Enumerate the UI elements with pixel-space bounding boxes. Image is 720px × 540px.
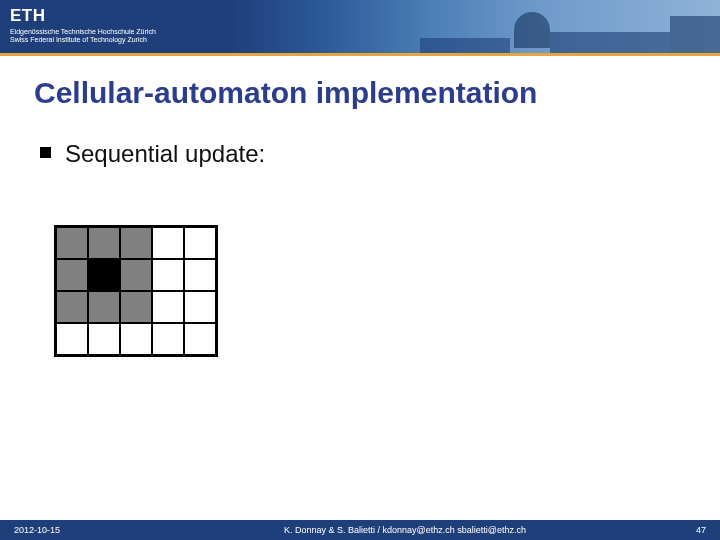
footer-credits: K. Donnay & S. Balietti / kdonnay@ethz.c…: [154, 525, 656, 535]
grid-cell: [184, 291, 216, 323]
eth-sub-line2: Swiss Federal Institute of Technology Zu…: [10, 36, 156, 44]
grid-cell: [184, 323, 216, 355]
bullet-square-icon: [40, 147, 51, 158]
grid-cell: [88, 227, 120, 259]
grid-cell: [56, 323, 88, 355]
header-accent-stripe: [0, 53, 720, 56]
footer-date: 2012-10-15: [0, 525, 154, 535]
grid-cell: [88, 323, 120, 355]
grid-cell: [184, 227, 216, 259]
grid-cell: [120, 227, 152, 259]
slide-title: Cellular-automaton implementation: [34, 76, 720, 110]
bullet-text: Sequential update:: [65, 140, 265, 168]
eth-subtitle: Eidgenössische Technische Hochschule Zür…: [10, 28, 156, 45]
grid-cell: [88, 259, 120, 291]
eth-sub-line1: Eidgenössische Technische Hochschule Zür…: [10, 28, 156, 36]
grid-cell: [120, 291, 152, 323]
grid-cell: [120, 259, 152, 291]
automaton-grid: [54, 225, 218, 357]
building-silhouette: [400, 0, 720, 56]
grid-cell: [56, 259, 88, 291]
grid-cell: [152, 291, 184, 323]
grid-cell: [56, 227, 88, 259]
grid-cell: [152, 259, 184, 291]
grid-cell: [56, 291, 88, 323]
grid-cell: [152, 227, 184, 259]
grid-cell: [120, 323, 152, 355]
header-banner: ETH Eidgenössische Technische Hochschule…: [0, 0, 720, 56]
footer-bar: 2012-10-15 K. Donnay & S. Balietti / kdo…: [0, 520, 720, 540]
eth-logo: ETH: [10, 6, 46, 26]
bullet-item: Sequential update:: [40, 140, 720, 168]
grid-cell: [152, 323, 184, 355]
grid-cell: [184, 259, 216, 291]
grid-cell: [88, 291, 120, 323]
footer-page-number: 47: [656, 525, 720, 535]
